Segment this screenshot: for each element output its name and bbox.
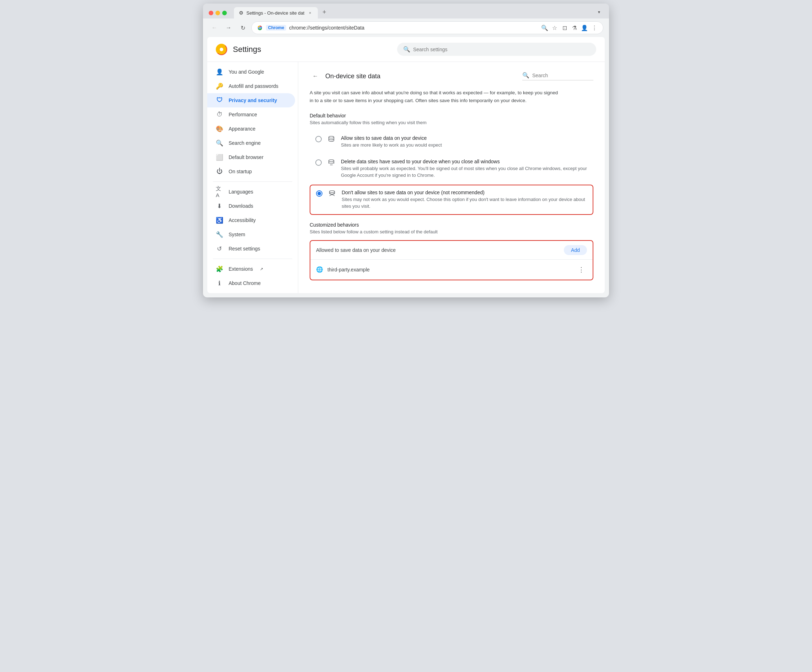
content-header: ← On-device site data 🔍 [310,70,594,82]
sidebar-item-about[interactable]: ℹ About Chrome [207,276,295,290]
site-name: third-party.example [328,267,571,272]
search-input[interactable] [413,46,590,52]
labs-icon[interactable]: ⚗ [571,24,578,31]
sidebar-item-reset[interactable]: ↺ Reset settings [207,241,295,256]
site-more-button[interactable]: ⋮ [576,264,587,275]
allowed-box-header: Allowed to save data on your device Add [310,241,593,260]
back-button[interactable]: ← [209,22,220,33]
settings-search: 🔍 [397,43,596,56]
person-icon: 👤 [216,68,223,75]
chrome-menu-chevron[interactable]: ▾ [595,8,603,16]
system-icon: 🔧 [216,231,223,238]
database-blocked-icon [328,190,336,198]
allow-option-desc: Sites are more likely to work as you wou… [341,142,588,149]
allow-sites-option[interactable]: Allow sites to save data on your device … [310,131,594,153]
delete-on-close-option[interactable]: Delete data sites have saved to your dev… [310,154,594,183]
tab-title: Settings - On-device site dat [246,10,304,15]
sidebar-label: Privacy and security [229,97,277,103]
sidebar-label: Autofill and passwords [229,83,278,89]
new-tab-button[interactable]: + [319,7,329,17]
sidebar-item-performance[interactable]: ⏱ Performance [207,108,295,121]
sidebar-label: Downloads [229,203,253,209]
block-option-content: Don't allow sites to save data on your d… [342,190,587,210]
allow-radio-button[interactable] [316,136,322,142]
content-search-input[interactable] [532,73,589,78]
close-window-button[interactable] [209,11,213,15]
sidebar-item-you-and-google[interactable]: 👤 You and Google [207,65,295,79]
sidebar-label: Languages [229,189,253,195]
sidebar-label: On startup [229,169,252,174]
settings-logo [216,44,227,55]
add-site-button[interactable]: Add [564,245,587,255]
browser-icon: ⬜ [216,154,223,161]
chrome-logo-icon [257,24,263,31]
palette-icon: 🎨 [216,125,223,132]
sidebar-item-autofill[interactable]: 🔑 Autofill and passwords [207,79,295,93]
tabs-area: ⚙ Settings - On-device site dat × + [234,7,590,19]
title-bar: ⚙ Settings - On-device site dat × + ▾ [203,3,609,19]
minimize-window-button[interactable] [215,11,220,15]
block-option-desc: Sites may not work as you would expect. … [342,196,587,210]
bookmark-icon[interactable]: ☆ [551,24,558,31]
sidebar-item-default-browser[interactable]: ⬜ Default browser [207,150,295,164]
sidebar-item-downloads[interactable]: ⬇ Downloads [207,199,295,213]
sidebar-item-privacy[interactable]: 🛡 Privacy and security [207,93,295,108]
sidebar-item-on-startup[interactable]: ⏻ On startup [207,164,295,179]
globe-icon: 🌐 [316,266,323,273]
extensions-icon: 🧩 [216,265,223,272]
svg-point-6 [329,136,334,139]
customized-subtitle: Sites listed below follow a custom setti… [310,229,594,234]
database-icon [328,135,335,144]
active-tab[interactable]: ⚙ Settings - On-device site dat × [234,7,318,19]
content-search-icon: 🔍 [522,72,529,79]
sidebar-label: Default browser [229,154,263,160]
sidebar-label: Appearance [229,126,256,132]
address-bar[interactable]: Chrome chrome://settings/content/siteDat… [251,21,603,34]
external-link-icon: ↗ [260,267,263,272]
content-page-title: On-device site data [325,73,380,80]
reload-button[interactable]: ↻ [237,22,249,33]
zoom-icon[interactable]: 🔍 [541,24,548,31]
translate-icon: 文A [216,188,223,195]
sidebar-item-search-engine[interactable]: 🔍 Search engine [207,136,295,150]
svg-point-9 [329,191,335,193]
back-to-privacy-button[interactable]: ← [310,70,321,82]
nav-bar: ← → ↻ Chrome chrome://settings/content/s… [203,19,609,37]
sidebar-label: System [229,232,245,237]
content-panel: ← On-device site data 🔍 A site you visit… [298,62,605,293]
profile-icon[interactable]: 👤 [581,24,588,31]
tab-close-button[interactable]: × [307,10,313,15]
delete-radio-button[interactable] [316,159,322,166]
sidebar-label: You and Google [229,69,264,75]
fullscreen-window-button[interactable] [222,11,227,15]
sidebar-label: Reset settings [229,246,260,251]
info-icon: ℹ [216,280,223,287]
allow-option-content: Allow sites to save data on your device … [341,135,588,149]
settings-header: Settings 🔍 [207,37,605,62]
database-delete-icon [328,159,335,167]
extensions-puzzle-icon[interactable]: ⊡ [561,24,568,31]
search-icon: 🔍 [216,139,223,147]
allowed-box-title: Allowed to save data on your device [316,247,396,253]
sidebar-item-appearance[interactable]: 🎨 Appearance [207,121,295,136]
browser-window: ⚙ Settings - On-device site dat × + ▾ ← … [203,3,609,298]
forward-button[interactable]: → [223,22,234,33]
block-radio-button[interactable] [316,190,322,197]
delete-option-content: Delete data sites have saved to your dev… [341,159,588,179]
settings-page: Settings 🔍 👤 You and Google 🔑 Autofill a… [207,37,605,293]
download-icon: ⬇ [216,202,223,210]
sidebar-item-extensions[interactable]: 🧩 Extensions ↗ [207,262,295,276]
startup-icon: ⏻ [216,168,223,175]
block-sites-option[interactable]: Don't allow sites to save data on your d… [310,185,594,215]
sidebar-item-languages[interactable]: 文A Languages [207,185,295,199]
sidebar-label: Accessibility [229,217,256,223]
reset-icon: ↺ [216,245,223,252]
gauge-icon: ⏱ [216,111,223,118]
sidebar-item-system[interactable]: 🔧 System [207,227,295,241]
more-options-icon[interactable]: ⋮ [591,24,598,31]
svg-point-3 [259,27,261,29]
sidebar-item-accessibility[interactable]: ♿ Accessibility [207,213,295,227]
allowed-site-row: 🌐 third-party.example ⋮ [310,260,593,280]
content-breadcrumb: ← On-device site data [310,70,380,82]
accessibility-icon: ♿ [216,217,223,224]
